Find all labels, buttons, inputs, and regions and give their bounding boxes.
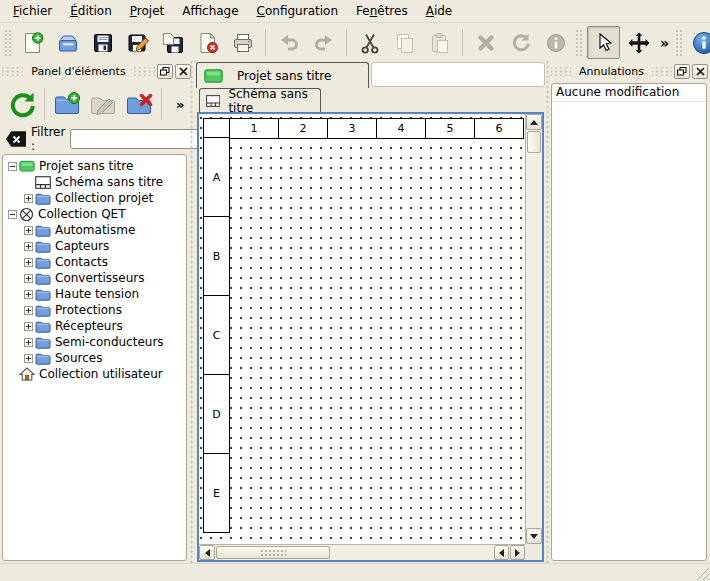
move-icon xyxy=(627,31,651,55)
undo-history-list[interactable]: Aucune modification xyxy=(551,83,707,561)
cut-icon xyxy=(358,31,382,55)
tree-item-automatisme[interactable]: Automatisme xyxy=(3,222,186,238)
toolbar-drag-handle[interactable] xyxy=(675,29,682,57)
expander-plus-icon[interactable] xyxy=(24,274,33,283)
info-disabled-button[interactable] xyxy=(539,26,572,59)
select-tool-button[interactable] xyxy=(587,26,620,59)
folder-icon xyxy=(35,320,51,333)
expander-plus-icon[interactable] xyxy=(24,194,33,203)
panel-toolbar-separator xyxy=(44,88,45,120)
copy-button[interactable] xyxy=(388,26,421,59)
vertical-scrollbar[interactable] xyxy=(525,114,542,544)
left-splitter[interactable] xyxy=(189,61,194,563)
rotate-button[interactable] xyxy=(504,26,537,59)
close-panel-button[interactable] xyxy=(692,64,708,79)
schema-canvas[interactable]: 123456 ABCDE xyxy=(199,114,525,544)
tree-item-contacts[interactable]: Contacts xyxy=(3,254,186,270)
expander-minus-icon[interactable] xyxy=(8,162,17,171)
float-panel-button[interactable] xyxy=(674,64,690,79)
vertical-scroll-thumb[interactable] xyxy=(527,131,541,153)
tree-item-label: Capteurs xyxy=(55,239,109,253)
paste-button[interactable] xyxy=(423,26,456,59)
tools-overflow-chevron[interactable]: » xyxy=(656,35,673,51)
tree-item-label: Collection utilisateur xyxy=(39,367,163,381)
tree-item-convertisseurs[interactable]: Convertisseurs xyxy=(3,270,186,286)
dock-drag-texture xyxy=(551,67,571,76)
tree-item-capteurs[interactable]: Capteurs xyxy=(3,238,186,254)
expander-plus-icon[interactable] xyxy=(24,354,33,363)
tree-item-haute-tension[interactable]: Haute tension xyxy=(3,286,186,302)
horizontal-scroll-thumb[interactable] xyxy=(216,546,330,559)
expander-plus-icon[interactable] xyxy=(24,258,33,267)
schema-view[interactable]: 123456 ABCDE xyxy=(197,112,544,562)
menu-item-fenetres[interactable]: Fenêtres xyxy=(347,1,417,21)
scroll-left-button-2[interactable] xyxy=(494,545,509,560)
print-button[interactable] xyxy=(226,26,259,59)
clear-filter-button[interactable] xyxy=(6,131,26,148)
scroll-down-button[interactable] xyxy=(526,528,542,544)
delete-icon xyxy=(474,31,498,55)
menu-item-affichage[interactable]: Affichage xyxy=(173,1,247,21)
expander-plus-icon[interactable] xyxy=(24,338,33,347)
project-tab[interactable]: Projet sans titre xyxy=(196,62,369,88)
tree-item-sources[interactable]: Sources xyxy=(3,350,186,366)
save-as-button[interactable] xyxy=(121,26,154,59)
save-button[interactable] xyxy=(86,26,119,59)
tree-item-label: Récepteurs xyxy=(55,319,123,333)
toolbar-drag-handle[interactable] xyxy=(575,29,582,57)
menu-item-configuration[interactable]: Configuration xyxy=(248,1,347,21)
menu-item-edition[interactable]: Édition xyxy=(61,1,121,21)
close-file-icon xyxy=(196,31,220,55)
elements-panel-header[interactable]: Panel d'éléments xyxy=(2,62,191,81)
scroll-right-button[interactable] xyxy=(510,545,525,560)
edit-element-button[interactable] xyxy=(85,85,121,123)
copy-icon xyxy=(393,31,417,55)
new-element-button[interactable] xyxy=(49,85,85,123)
undo-panel: Annulations Aucune modification xyxy=(549,61,710,563)
tree-item-projet-sans-titre[interactable]: Projet sans titre xyxy=(3,158,186,174)
scroll-left-button[interactable] xyxy=(199,545,215,560)
menu-item-projet[interactable]: Projet xyxy=(121,1,173,21)
tree-item-protections[interactable]: Protections xyxy=(3,302,186,318)
toolbar-drag-handle[interactable] xyxy=(4,29,11,57)
expander-plus-icon[interactable] xyxy=(24,322,33,331)
folder-icon xyxy=(35,304,51,317)
new-document-button[interactable] xyxy=(16,26,49,59)
open-button[interactable] xyxy=(51,26,84,59)
tree-item-collection-projet[interactable]: Collection projet xyxy=(3,190,186,206)
project-tabbar-filler xyxy=(371,62,545,87)
delete-element-button[interactable] xyxy=(121,85,157,123)
float-panel-button[interactable] xyxy=(157,64,173,79)
resize-grip-icon[interactable] xyxy=(695,566,709,580)
move-tool-button[interactable] xyxy=(622,26,655,59)
expander-plus-icon[interactable] xyxy=(24,242,33,251)
menu-item-aide[interactable]: Aide xyxy=(417,1,462,21)
tree-item-recepteurs[interactable]: Récepteurs xyxy=(3,318,186,334)
tree-item-semi-conducteurs[interactable]: Semi-conducteurs xyxy=(3,334,186,350)
sheet-column-2: 2 xyxy=(278,118,328,139)
menu-bar: FichierÉditionProjetAffichageConfigurati… xyxy=(0,0,710,23)
close-file-button[interactable] xyxy=(191,26,224,59)
panel-overflow-chevron[interactable]: » xyxy=(176,97,184,112)
horizontal-scrollbar[interactable] xyxy=(199,544,525,560)
reload-collections-button[interactable] xyxy=(4,85,40,123)
cut-button[interactable] xyxy=(353,26,386,59)
menu-item-fichier[interactable]: Fichier xyxy=(4,1,61,21)
tree-item-schema-sans-titre[interactable]: Schéma sans titre xyxy=(3,174,186,190)
sheet-row-e: E xyxy=(203,453,230,533)
schema-tab[interactable]: Schéma sans titre xyxy=(199,88,321,112)
expander-plus-icon[interactable] xyxy=(24,290,33,299)
expander-minus-icon[interactable] xyxy=(8,210,17,219)
info-blue-button[interactable] xyxy=(687,26,710,59)
undo-panel-header[interactable]: Annulations xyxy=(551,62,708,81)
save-all-button[interactable] xyxy=(156,26,189,59)
tree-item-collection-qet[interactable]: Collection QET xyxy=(3,206,186,222)
expander-plus-icon[interactable] xyxy=(24,226,33,235)
expander-plus-icon[interactable] xyxy=(24,306,33,315)
undo-button[interactable] xyxy=(272,26,305,59)
tree-item-collection-utilisateur[interactable]: Collection utilisateur xyxy=(3,366,186,382)
delete-button[interactable] xyxy=(469,26,502,59)
redo-button[interactable] xyxy=(307,26,340,59)
undo-icon xyxy=(277,31,301,55)
scroll-up-button[interactable] xyxy=(526,114,542,130)
